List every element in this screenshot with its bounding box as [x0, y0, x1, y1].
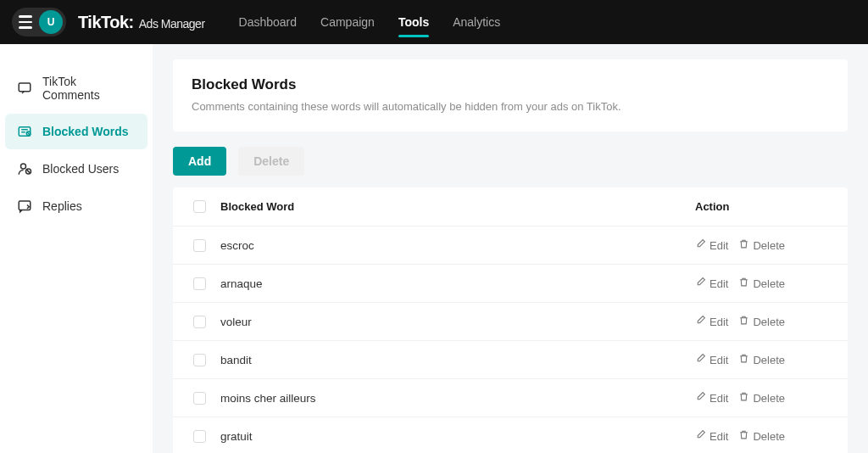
delete-button[interactable]: Delete	[238, 147, 304, 176]
delete-label: Delete	[753, 239, 785, 252]
sidebar-item-label: TikTok Comments	[42, 75, 136, 102]
delete-link[interactable]: Delete	[738, 277, 785, 290]
trash-icon	[738, 429, 749, 443]
table-row: voleurEditDelete	[173, 303, 848, 341]
row-actions: EditDelete	[695, 391, 839, 405]
edit-link[interactable]: Edit	[695, 277, 728, 290]
page-title: Blocked Words	[192, 76, 829, 93]
delete-link[interactable]: Delete	[738, 315, 785, 328]
edit-link[interactable]: Edit	[695, 315, 728, 328]
avatar-initial: U	[47, 16, 55, 28]
header-checkbox-cell	[181, 200, 217, 213]
edit-link[interactable]: Edit	[695, 391, 728, 405]
blocked-words-icon	[17, 124, 32, 139]
nav-campaign[interactable]: Campaign	[320, 0, 375, 44]
delete-label: Delete	[753, 354, 785, 366]
row-checkbox[interactable]	[193, 277, 206, 290]
trash-icon	[738, 238, 749, 252]
nav-tools[interactable]: Tools	[398, 0, 429, 44]
menu-avatar-pill: U	[12, 8, 66, 36]
page-description: Comments containing these words will aut…	[192, 100, 829, 113]
blocked-words-table: Blocked Word Action escrocEditDeletearna…	[173, 187, 848, 453]
row-checkbox-cell	[181, 354, 217, 366]
table-row: moins cher ailleursEditDelete	[173, 379, 848, 417]
edit-link[interactable]: Edit	[695, 238, 728, 252]
content-area: Blocked Words Comments containing these …	[153, 44, 868, 453]
delete-link[interactable]: Delete	[738, 429, 785, 443]
row-checkbox[interactable]	[193, 239, 206, 252]
row-checkbox[interactable]	[193, 316, 206, 328]
row-actions: EditDelete	[695, 277, 839, 290]
table-row: arnaqueEditDelete	[173, 265, 848, 303]
delete-label: Delete	[753, 316, 785, 328]
nav-analytics[interactable]: Analytics	[453, 0, 500, 44]
blocked-users-icon	[17, 161, 32, 176]
menu-icon[interactable]	[15, 13, 34, 31]
brand-logo[interactable]: TikTok: Ads Manager	[78, 13, 205, 32]
sidebar-item-label: Replies	[42, 199, 82, 213]
row-checkbox-cell	[181, 239, 217, 252]
sidebar-item-blocked-users[interactable]: Blocked Users	[5, 151, 147, 187]
row-word: voleur	[217, 316, 695, 328]
brand-product: Ads Manager	[139, 17, 205, 31]
row-word: moins cher ailleurs	[217, 392, 695, 405]
table-row: escrocEditDelete	[173, 226, 848, 265]
row-word: arnaque	[217, 277, 695, 290]
nav-label: Campaign	[320, 15, 375, 29]
delete-label: Delete	[753, 392, 785, 405]
sidebar-item-comments[interactable]: TikTok Comments	[5, 64, 147, 112]
edit-label: Edit	[709, 392, 728, 405]
select-all-checkbox[interactable]	[193, 200, 206, 213]
row-checkbox-cell	[181, 430, 217, 443]
replies-icon	[17, 199, 32, 214]
nav-dashboard[interactable]: Dashboard	[239, 0, 298, 44]
row-actions: EditDelete	[695, 238, 839, 252]
comments-icon	[17, 81, 32, 96]
avatar[interactable]: U	[39, 10, 63, 34]
edit-icon	[695, 391, 706, 405]
trash-icon	[738, 353, 749, 366]
header-action: Action	[695, 200, 839, 213]
row-checkbox[interactable]	[193, 392, 206, 405]
row-word: bandit	[217, 354, 695, 366]
row-word: gratuit	[217, 430, 695, 443]
action-bar: Add Delete	[173, 147, 848, 176]
brand-name: TikTok:	[78, 13, 134, 32]
sidebar-item-label: Blocked Users	[42, 162, 119, 176]
edit-label: Edit	[709, 354, 728, 366]
delete-link[interactable]: Delete	[738, 353, 785, 366]
edit-icon	[695, 315, 706, 328]
sidebar-item-replies[interactable]: Replies	[5, 188, 147, 224]
edit-link[interactable]: Edit	[695, 429, 728, 443]
edit-icon	[695, 353, 706, 366]
delete-link[interactable]: Delete	[738, 391, 785, 405]
edit-link[interactable]: Edit	[695, 353, 728, 366]
trash-icon	[738, 277, 749, 290]
edit-icon	[695, 238, 706, 252]
row-checkbox-cell	[181, 392, 217, 405]
row-actions: EditDelete	[695, 315, 839, 328]
edit-icon	[695, 429, 706, 443]
top-nav: Dashboard Campaign Tools Analytics	[239, 0, 501, 44]
row-actions: EditDelete	[695, 429, 839, 443]
row-checkbox[interactable]	[193, 354, 206, 366]
button-label: Add	[188, 154, 211, 168]
sidebar: TikTok Comments Blocked Words Blocked Us…	[0, 44, 153, 453]
sidebar-item-blocked-words[interactable]: Blocked Words	[5, 114, 147, 149]
delete-label: Delete	[753, 430, 785, 443]
row-actions: EditDelete	[695, 353, 839, 366]
delete-link[interactable]: Delete	[738, 238, 785, 252]
svg-point-3	[21, 164, 26, 169]
nav-label: Tools	[398, 15, 429, 29]
row-word: escroc	[217, 239, 695, 252]
edit-label: Edit	[709, 277, 728, 290]
row-checkbox[interactable]	[193, 430, 206, 443]
sidebar-item-label: Blocked Words	[42, 125, 129, 138]
add-button[interactable]: Add	[173, 147, 226, 176]
top-bar: U TikTok: Ads Manager Dashboard Campaign…	[0, 0, 868, 44]
edit-label: Edit	[709, 239, 728, 252]
svg-rect-0	[19, 83, 31, 92]
row-checkbox-cell	[181, 316, 217, 328]
header-word: Blocked Word	[217, 200, 695, 213]
trash-icon	[738, 315, 749, 328]
